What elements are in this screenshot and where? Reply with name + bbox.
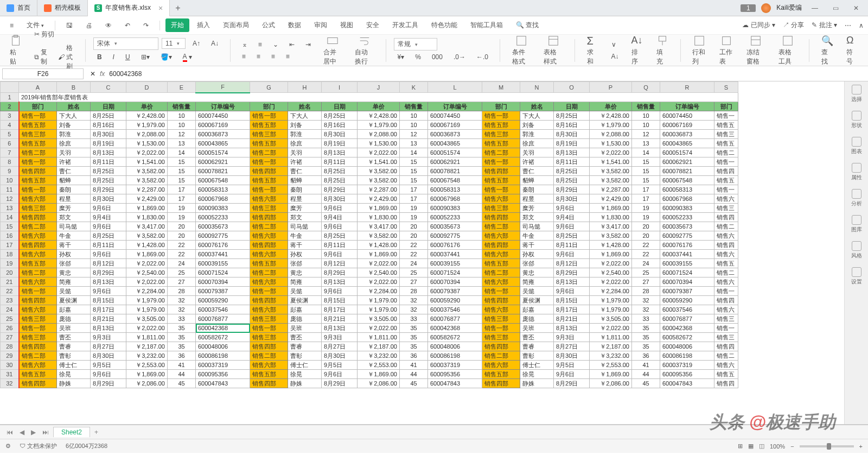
row-header-20[interactable]: 20 (1, 268, 19, 277)
cell[interactable]: 8月29日 (91, 268, 126, 277)
cell[interactable]: 9月6日 (322, 222, 358, 231)
cell[interactable]: 8月29日 (322, 185, 358, 194)
cell[interactable]: 销售二部 (19, 268, 57, 277)
cell[interactable]: 19 (400, 213, 428, 222)
freeze-button[interactable]: 冻结窗格 (742, 34, 770, 67)
cell[interactable]: ￥1,541.00 (590, 157, 632, 167)
cell[interactable]: 夏侯渊 (520, 296, 554, 305)
cell[interactable]: 程昱 (288, 194, 322, 204)
cell[interactable]: ￥1,979.00 (590, 305, 632, 314)
cell[interactable]: 15 (400, 167, 428, 176)
menu-feature[interactable]: 特色功能 (426, 18, 463, 32)
cell[interactable]: 8月29日 (554, 185, 590, 194)
cell[interactable]: 销售三部 (482, 130, 520, 139)
cell[interactable]: 销售四部 (19, 213, 57, 222)
cell[interactable]: 9月4日 (91, 213, 126, 222)
cell[interactable]: ￥1,979.00 (358, 121, 400, 130)
cell[interactable]: ￥3,232.00 (358, 351, 400, 361)
cell[interactable]: 吴班 (520, 324, 554, 333)
cell[interactable]: 销售五部 (482, 139, 520, 148)
cell[interactable]: 15 (168, 176, 196, 185)
cell[interactable]: 10 (400, 111, 428, 121)
dec-inc[interactable]: .0→ (450, 52, 469, 62)
cell[interactable]: 600052233 (428, 213, 482, 222)
cell[interactable]: 20 (632, 222, 660, 231)
fx-cancel[interactable]: ✕ (90, 70, 95, 78)
cell[interactable]: 8月13日 (91, 277, 126, 287)
font-size-select[interactable]: 11 (162, 38, 186, 49)
zoom-slider[interactable] (800, 445, 854, 447)
fill-color-button[interactable]: 🪣▾ (157, 52, 176, 62)
col-header-cell[interactable]: 订单编号 (196, 102, 250, 111)
cell[interactable]: 关羽 (520, 148, 554, 157)
cell[interactable]: 吴班 (288, 324, 322, 333)
cell[interactable]: 9月6日 (322, 287, 358, 296)
cell[interactable]: 600086198 (660, 351, 714, 361)
row-header-10[interactable]: 10 (1, 176, 19, 185)
cell[interactable]: 8月12日 (322, 259, 358, 268)
fill-button[interactable]: 填充 (652, 34, 673, 67)
symbol-button[interactable]: Ω符号 (842, 34, 863, 67)
cell[interactable]: 销售六部 (19, 231, 57, 241)
cell[interactable]: 曹彰 (520, 351, 554, 361)
col-header-cell[interactable]: 单价 (126, 102, 168, 111)
cell[interactable]: 夏侯渊 (288, 296, 322, 305)
cell[interactable]: 销售五 (714, 176, 738, 185)
cell[interactable]: 销售一 (714, 157, 738, 167)
cell[interactable]: 程昱 (57, 194, 91, 204)
find-button[interactable]: 🔍查找 (817, 34, 838, 67)
cell[interactable]: 牛金 (288, 231, 322, 241)
cell[interactable]: 傅士仁 (288, 361, 322, 370)
cell[interactable]: 销售一部 (250, 287, 288, 296)
cell[interactable]: ￥1,869.00 (126, 250, 168, 259)
cell[interactable]: 黄忠 (288, 268, 322, 277)
cell[interactable]: 销售二部 (250, 148, 288, 157)
cell[interactable]: 25 (400, 268, 428, 277)
cell[interactable]: 销售二 (714, 148, 738, 157)
cell[interactable]: 20 (168, 222, 196, 231)
align-right[interactable]: ≡ (267, 51, 279, 62)
font-decrease[interactable]: A↓ (207, 38, 222, 49)
cell[interactable]: 销售四部 (250, 296, 288, 305)
cell[interactable]: 8月17日 (91, 305, 126, 314)
align-center[interactable]: ≡ (253, 51, 264, 62)
row-header-8[interactable]: 8 (1, 157, 19, 167)
cell[interactable]: 销售四部 (19, 342, 57, 351)
cell[interactable]: 貂蝉 (520, 176, 554, 185)
cell[interactable]: 600036873 (196, 130, 250, 139)
cell[interactable]: ￥1,979.00 (126, 121, 168, 130)
cell[interactable]: 8月25日 (322, 231, 358, 241)
cell[interactable]: 600078821 (660, 167, 714, 176)
cell[interactable]: 41 (632, 361, 660, 370)
menu-hamburger[interactable]: ≡ (4, 20, 19, 31)
cell[interactable]: 销售三 (714, 204, 738, 213)
cell[interactable]: 牛金 (57, 231, 91, 241)
cell[interactable]: ￥1,830.00 (358, 213, 400, 222)
user-avatar[interactable] (761, 3, 771, 13)
cell[interactable]: 8月21日 (322, 314, 358, 324)
cell[interactable]: 25 (168, 268, 196, 277)
cell[interactable]: 10 (400, 121, 428, 130)
cell[interactable]: ￥2,086.00 (590, 379, 632, 388)
cell[interactable]: ￥2,428.00 (358, 111, 400, 121)
cell[interactable]: 12 (400, 130, 428, 139)
cell[interactable]: 8月21日 (91, 314, 126, 324)
cell[interactable]: 黄忠 (57, 268, 91, 277)
status-protect[interactable]: 🛡 文档未保护 (20, 442, 57, 450)
cell[interactable]: 司马懿 (288, 222, 322, 231)
cell[interactable]: 32 (400, 305, 428, 314)
cell[interactable]: 8月30日 (322, 130, 358, 139)
cell[interactable]: 销售一 (714, 287, 738, 296)
cell[interactable]: ￥1,428.00 (358, 241, 400, 250)
cell[interactable]: 销售六部 (19, 361, 57, 370)
cell[interactable]: 35 (168, 324, 196, 333)
col-header-K[interactable]: K (400, 82, 428, 93)
cell[interactable]: 600067169 (428, 121, 482, 130)
row-header-15[interactable]: 15 (1, 222, 19, 231)
cell[interactable]: 600090383 (196, 204, 250, 213)
cell[interactable]: 销售六部 (250, 231, 288, 241)
col-header-cell[interactable]: 销售量 (168, 102, 196, 111)
row-header-18[interactable]: 18 (1, 250, 19, 259)
cell[interactable]: 600048006 (660, 342, 714, 351)
cell[interactable]: 9月5日 (322, 361, 358, 370)
